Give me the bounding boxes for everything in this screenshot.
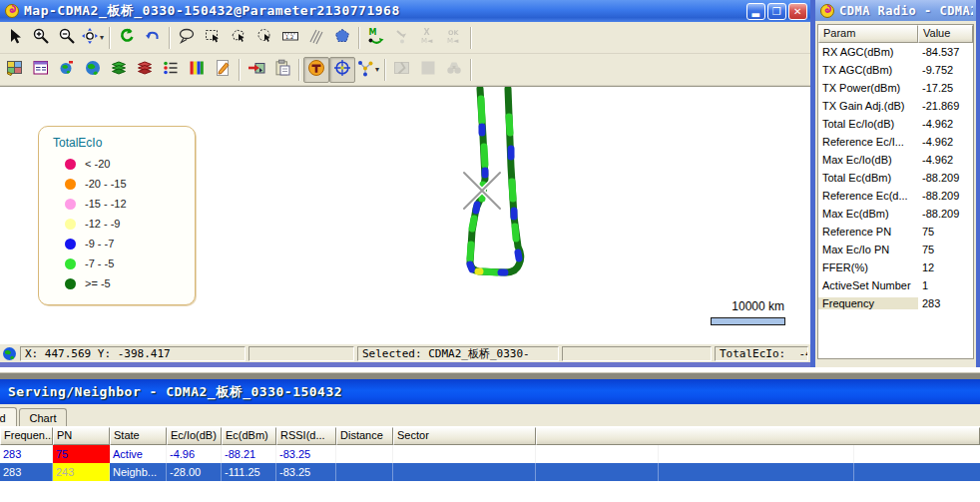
column-header-sector[interactable]: Sector — [393, 427, 536, 445]
layers-green-button[interactable] — [106, 57, 132, 83]
table-cell — [659, 445, 854, 463]
param-row[interactable]: ActiveSet Number1 — [818, 276, 973, 294]
column-header-frequen[interactable]: Frequen... — [0, 427, 53, 445]
param-value: -88.209 — [918, 208, 973, 220]
measure-lines-button[interactable] — [303, 25, 329, 51]
column-header-rssid[interactable]: RSSI(d... — [276, 427, 336, 445]
window-splitter[interactable] — [0, 372, 980, 379]
table-cell — [536, 445, 659, 463]
toolbar-separator — [239, 59, 241, 81]
pointer-tool-icon — [6, 27, 24, 49]
table-cell: -28.00 — [167, 463, 222, 481]
pan-zoom-dropdown-icon[interactable]: ▾ — [100, 33, 105, 42]
pan-zoom-button[interactable]: ▾ — [80, 25, 106, 51]
param-row[interactable]: TX Power(dBm)-17.25 — [818, 79, 973, 97]
layers-red-icon — [136, 59, 154, 81]
radio-panel-titlebar[interactable]: CDMA Radio - CDMA2 — [815, 0, 976, 21]
param-row[interactable]: TX Gain Adj.(dB)-21.869 — [818, 97, 973, 115]
param-name: Reference Ec/I... — [818, 136, 918, 148]
zoom-out-button[interactable] — [54, 25, 80, 51]
param-row[interactable]: Total Ec(dBm)-88.209 — [818, 169, 973, 187]
map-canvas[interactable]: TotalEcIo < -20-20 - -15-15 - -12-12 - -… — [0, 86, 810, 344]
export-image-button[interactable] — [244, 57, 269, 83]
refresh-icon — [118, 27, 136, 49]
binoculars-icon — [445, 59, 463, 81]
param-name: TX AGC(dBm) — [818, 64, 918, 76]
param-row[interactable]: FFER(%)12 — [818, 258, 973, 276]
legend-list-button[interactable] — [158, 57, 184, 83]
table-cell — [536, 463, 659, 481]
layer-manager-button[interactable] — [28, 57, 54, 83]
zoom-in-button[interactable] — [28, 25, 54, 51]
maximize-icon: ❐ — [772, 6, 781, 17]
polygon-select-button[interactable] — [226, 25, 251, 51]
column-header-state[interactable]: State — [110, 427, 167, 445]
edit-annotation-icon — [214, 59, 232, 81]
tile-map-button[interactable] — [2, 57, 28, 83]
column-header-ecdbm[interactable]: Ec(dBm) — [222, 427, 276, 445]
close-icon: ✕ — [793, 6, 802, 17]
undo-button[interactable] — [140, 25, 166, 51]
legend-item: < -20 — [53, 154, 187, 174]
tab-grid[interactable]: id — [0, 407, 17, 426]
param-name: Max Ec(dBm) — [818, 208, 918, 220]
crosshair-button[interactable] — [329, 57, 355, 83]
table-cell — [336, 445, 393, 463]
paste-button[interactable] — [269, 57, 295, 83]
legend-item: -15 - -12 — [53, 194, 187, 214]
close-button[interactable]: ✕ — [788, 3, 807, 20]
refresh-button[interactable] — [114, 25, 140, 51]
map-window: Map-CDMA2_板桥_0330-150432@Parameter213077… — [0, 0, 810, 367]
param-row[interactable]: Reference Ec(d...-88.209 — [818, 187, 973, 205]
table-row[interactable]: 283243Neighb...-28.00-111.25-83.25 — [0, 463, 980, 481]
route-marker-button[interactable]: M — [363, 25, 389, 51]
circle-select-button[interactable] — [251, 25, 277, 51]
param-name: TX Power(dBm) — [818, 82, 918, 94]
lasso-select-button[interactable] — [174, 25, 200, 51]
column-header-distance[interactable]: Distance — [336, 427, 393, 445]
minimize-button[interactable]: ▬ — [746, 3, 765, 20]
toolbar-separator — [109, 27, 111, 49]
toolbar-separator — [470, 27, 472, 49]
param-name: RX AGC(dBm) — [818, 46, 918, 58]
tab-chart[interactable]: Chart — [19, 408, 68, 426]
param-header[interactable]: Param — [818, 25, 918, 43]
param-row[interactable]: RX AGC(dBm)-84.537 — [818, 43, 973, 61]
status-empty-1 — [248, 346, 354, 361]
network-nodes-button[interactable]: ▾ — [355, 57, 381, 83]
param-row[interactable]: Frequency283 — [818, 294, 973, 312]
region-select-button[interactable] — [329, 25, 355, 51]
circle-select-icon — [255, 27, 273, 49]
legend-color-swatch — [65, 179, 76, 190]
serving-titlebar[interactable]: Serving/Neighbor - CDMA2_板桥_0330-150432 — [0, 379, 980, 404]
map-titlebar[interactable]: Map-CDMA2_板桥_0330-150432@Parameter213077… — [0, 0, 810, 22]
network-nodes-dropdown-icon[interactable]: ▾ — [375, 65, 380, 74]
param-row[interactable]: Max Ec/Io(dB)-4.962 — [818, 151, 973, 169]
param-row[interactable]: TX AGC(dBm)-9.752 — [818, 61, 973, 79]
globe-large-button[interactable] — [80, 57, 106, 83]
signpost-button[interactable] — [303, 57, 329, 83]
table-row[interactable]: 28375Active-4.96-88.21-83.25 — [0, 445, 980, 463]
column-header-eciodb[interactable]: Ec/Io(dB) — [167, 427, 222, 445]
param-row[interactable]: Reference Ec/I...-4.962 — [818, 133, 973, 151]
blank-tool-icon — [419, 59, 437, 81]
status-total-ecio: TotalEcIo: -4 — [715, 346, 808, 361]
rect-select-button[interactable] — [200, 25, 226, 51]
maximize-button[interactable]: ❐ — [767, 3, 786, 20]
param-row[interactable]: Reference PN75 — [818, 223, 973, 241]
measure-ruler-button[interactable]: 1.2 — [277, 25, 303, 51]
toolbar-separator — [298, 59, 300, 81]
param-row[interactable]: Total Ec/Io(dB)-4.962 — [818, 115, 973, 133]
edit-annotation-button[interactable] — [210, 57, 236, 83]
image-adjust-icon — [393, 59, 411, 81]
color-bars-button[interactable] — [184, 57, 210, 83]
column-header-pn[interactable]: PN — [53, 427, 110, 445]
blank-tool-button — [415, 57, 441, 83]
legend-color-swatch — [65, 159, 76, 170]
value-header[interactable]: Value — [918, 25, 973, 43]
param-row[interactable]: Max Ec(dBm)-88.209 — [818, 205, 973, 223]
globe-small-button[interactable] — [54, 57, 80, 83]
layers-red-button[interactable] — [132, 57, 158, 83]
pointer-tool-button[interactable] — [2, 25, 28, 51]
param-row[interactable]: Max Ec/Io PN75 — [818, 241, 973, 258]
